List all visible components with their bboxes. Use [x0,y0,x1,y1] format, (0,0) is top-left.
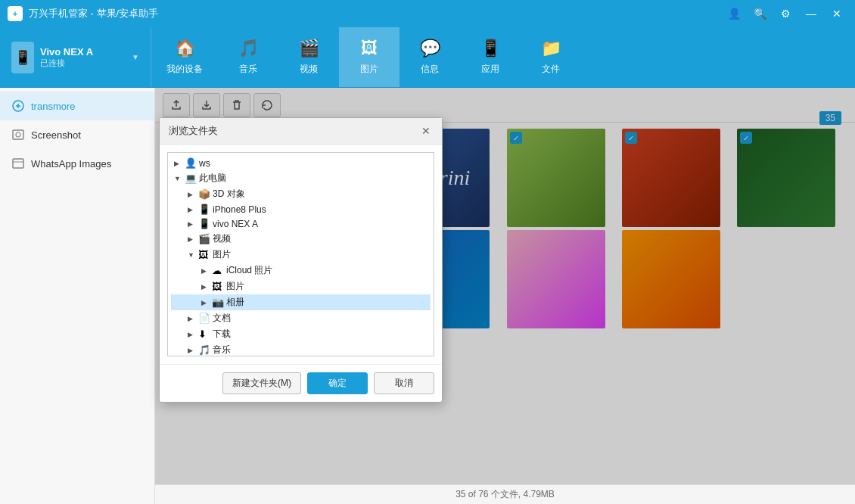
device-dropdown-icon[interactable]: ▼ [132,53,139,61]
tree-item-pictures[interactable]: ▼ 🖼 图片 [171,247,431,263]
tree-arrow: ▶ [201,283,212,291]
transmore-icon [11,99,25,113]
photos-icon: 🖼 [361,39,378,58]
whatsapp-icon [11,157,25,170]
nav-item-my-device[interactable]: 🏠 我的设备 [151,27,218,87]
sidebar-label-transmore: transmore [31,101,76,112]
icloud-icon: ☁ [212,265,224,276]
folder3d-icon: 📦 [198,188,210,200]
tree-arrow: ▶ [188,220,198,228]
nav-label-messages: 信息 [421,63,439,76]
search-button[interactable]: 🔍 [749,3,770,24]
vivo-icon: 📱 [198,218,210,229]
confirm-button[interactable]: 确定 [307,372,368,394]
tree-item-downloads[interactable]: ▶ ⬇ 下载 [171,326,431,342]
screenshot-icon [11,128,25,142]
file-dialog: 浏览文件夹 ✕ ▶ 👤 ws ▼ 💻 此电脑 ▶ 📦 3D 对象 [159,117,443,403]
tree-label: 相册 [226,296,244,309]
nav-items: 🏠 我的设备 🎵 音乐 🎬 视频 🖼 图片 💬 信息 📱 应用 📁 文件 [151,27,855,87]
sidebar-label-whatsapp-images: WhatsApp Images [31,158,111,170]
tree-arrow: ▶ [188,206,198,213]
sidebar-item-transmore[interactable]: transmore [0,92,154,120]
device-info[interactable]: 📱 Vivo NEX A 已连接 ▼ [0,27,151,87]
dialog-close-button[interactable]: ✕ [419,124,433,138]
tree-item-icloud[interactable]: ▶ ☁ iCloud 照片 [171,263,431,278]
nav-label-video: 视频 [300,63,318,76]
dialog-titlebar: 浏览文件夹 ✕ [160,118,442,145]
tree-label: 文档 [213,312,231,325]
tree-item-ws[interactable]: ▶ 👤 ws [171,156,431,170]
tree-item-pictures-sub[interactable]: ▶ 🖼 图片 [171,278,431,294]
nav-item-messages[interactable]: 💬 信息 [400,27,460,87]
close-button[interactable]: ✕ [826,3,847,24]
tree-label: 音乐 [213,344,231,356]
nav-item-video[interactable]: 🎬 视频 [278,27,339,87]
tree-item-album[interactable]: ▶ 📷 相册 [171,294,431,310]
settings-button[interactable]: ⚙ [775,3,796,24]
tree-label: ws [199,158,210,169]
sidebar: transmore Screenshot WhatsApp Images [0,88,155,504]
app-logo: + [8,6,23,21]
dialog-buttons: 新建文件夹(M) 确定 取消 [160,364,442,402]
nav-item-photos[interactable]: 🖼 图片 [339,27,400,87]
tree-label: vivo NEX A [213,219,258,229]
statusbar: 35 of 76 个文件, 4.79MB [155,484,855,504]
video-folder-icon: 🎬 [198,233,210,244]
minimize-button[interactable]: — [801,3,822,24]
pictures-sub-icon: 🖼 [212,281,224,292]
cancel-button[interactable]: 取消 [374,372,434,394]
music-folder-icon: 🎵 [198,344,210,356]
svg-rect-3 [13,159,23,168]
tree-arrow: ▶ [188,347,198,354]
music-icon: 🎵 [238,39,259,58]
iphone-icon: 📱 [198,204,210,215]
tree-item-iphone[interactable]: ▶ 📱 iPhone8 Plus [171,202,431,216]
tree-arrow: ▼ [188,251,198,259]
tree-item-vivo[interactable]: ▶ 📱 vivo NEX A [171,216,431,231]
tree-arrow: ▶ [188,191,198,198]
sidebar-item-screenshot[interactable]: Screenshot [0,120,154,149]
nav-item-music[interactable]: 🎵 音乐 [218,27,278,87]
tree-container[interactable]: ▶ 👤 ws ▼ 💻 此电脑 ▶ 📦 3D 对象 ▶ 📱 iPhone8 Plu… [167,152,434,356]
sidebar-label-screenshot: Screenshot [31,129,81,141]
nav-label-my-device: 我的设备 [166,63,203,76]
tree-item-docs[interactable]: ▶ 📄 文档 [171,310,431,326]
tree-label: 此电脑 [199,172,226,185]
tree-label: iCloud 照片 [226,264,272,277]
device-status: 已连接 [40,58,132,69]
downloads-icon: ⬇ [198,328,210,340]
album-icon: 📷 [212,297,224,308]
ws-icon: 👤 [185,157,197,169]
tree-arrow: ▶ [201,267,212,275]
tree-arrow: ▶ [201,299,212,306]
new-folder-button[interactable]: 新建文件夹(M) [222,372,301,394]
tree-label: iPhone8 Plus [213,204,266,215]
tree-arrow: ▶ [188,331,198,338]
sidebar-item-whatsapp-images[interactable]: WhatsApp Images [0,149,154,178]
messages-icon: 💬 [420,39,440,58]
nav-item-apps[interactable]: 📱 应用 [460,27,521,87]
nav-label-apps: 应用 [481,63,499,76]
account-button[interactable]: 👤 [723,3,745,24]
nav-label-photos: 图片 [360,63,378,76]
tree-item-video[interactable]: ▶ 🎬 视频 [171,231,431,247]
tree-label: 下载 [213,328,231,341]
apps-icon: 📱 [480,39,501,58]
pictures-folder-icon: 🖼 [198,249,210,260]
tree-arrow: ▶ [188,235,198,243]
tree-item-3d[interactable]: ▶ 📦 3D 对象 [171,186,431,202]
tree-arrow: ▶ [174,160,185,167]
device-icon: 📱 [11,42,34,73]
nav-item-files[interactable]: 📁 文件 [521,27,581,87]
files-icon: 📁 [541,39,561,58]
tree-item-this-pc[interactable]: ▼ 💻 此电脑 [171,170,431,186]
window-controls: 👤 🔍 ⚙ — ✕ [723,3,847,24]
pc-icon: 💻 [185,173,197,184]
status-text: 35 of 76 个文件, 4.79MB [455,488,555,501]
dialog-body: ▶ 👤 ws ▼ 💻 此电脑 ▶ 📦 3D 对象 ▶ 📱 iPhone8 Plu… [160,145,442,364]
tree-item-music[interactable]: ▶ 🎵 音乐 [171,342,431,356]
device-name: Vivo NEX A [40,46,132,58]
nav-label-files: 文件 [542,63,560,76]
app-title: 万兴手机管家 - 苹果/安卓助手 [29,7,723,20]
nav-label-music: 音乐 [239,63,257,76]
